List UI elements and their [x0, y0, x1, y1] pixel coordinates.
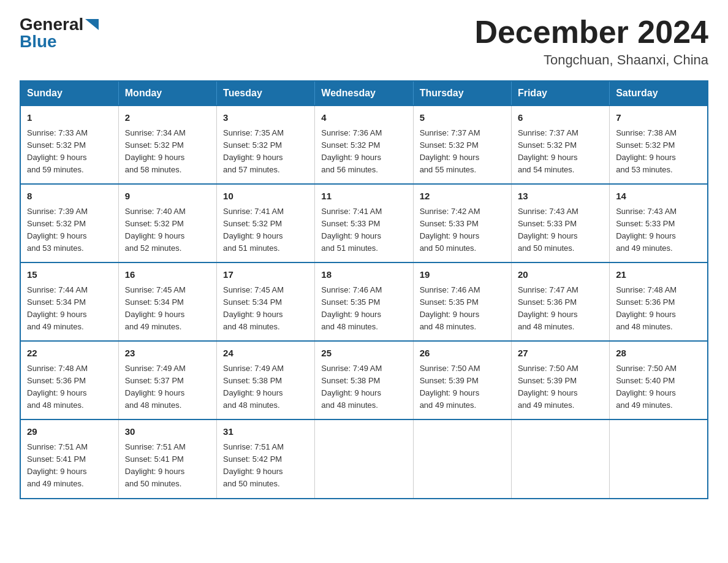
day-number: 17	[223, 268, 308, 282]
calendar-cell: 17 Sunrise: 7:45 AM Sunset: 5:34 PM Dayl…	[217, 262, 315, 341]
day-info: Sunrise: 7:48 AM Sunset: 5:36 PM Dayligh…	[27, 364, 88, 410]
column-header-sunday: Sunday	[20, 81, 118, 105]
day-number: 30	[125, 425, 210, 439]
day-number: 28	[616, 347, 701, 361]
day-info: Sunrise: 7:46 AM Sunset: 5:35 PM Dayligh…	[321, 285, 382, 331]
day-info: Sunrise: 7:51 AM Sunset: 5:41 PM Dayligh…	[27, 442, 88, 488]
column-header-thursday: Thursday	[413, 81, 511, 105]
day-info: Sunrise: 7:43 AM Sunset: 5:33 PM Dayligh…	[518, 207, 578, 253]
day-info: Sunrise: 7:39 AM Sunset: 5:32 PM Dayligh…	[27, 207, 88, 253]
calendar-cell: 27 Sunrise: 7:50 AM Sunset: 5:39 PM Dayl…	[511, 341, 609, 419]
month-title: December 2024	[474, 15, 708, 50]
day-info: Sunrise: 7:41 AM Sunset: 5:32 PM Dayligh…	[223, 207, 284, 253]
day-info: Sunrise: 7:50 AM Sunset: 5:40 PM Dayligh…	[616, 364, 677, 410]
day-number: 7	[616, 111, 701, 125]
day-number: 13	[518, 190, 603, 204]
day-info: Sunrise: 7:49 AM Sunset: 5:38 PM Dayligh…	[223, 364, 284, 410]
day-number: 4	[321, 111, 406, 125]
calendar-cell: 5 Sunrise: 7:37 AM Sunset: 5:32 PM Dayli…	[413, 105, 511, 184]
day-number: 29	[27, 425, 112, 439]
calendar-cell: 1 Sunrise: 7:33 AM Sunset: 5:32 PM Dayli…	[20, 105, 118, 184]
day-number: 14	[616, 190, 701, 204]
day-info: Sunrise: 7:49 AM Sunset: 5:38 PM Dayligh…	[321, 364, 382, 410]
day-number: 2	[125, 111, 210, 125]
day-number: 1	[27, 111, 112, 125]
calendar-cell: 8 Sunrise: 7:39 AM Sunset: 5:32 PM Dayli…	[20, 184, 118, 262]
calendar-cell: 4 Sunrise: 7:36 AM Sunset: 5:32 PM Dayli…	[315, 105, 413, 184]
calendar-cell: 16 Sunrise: 7:45 AM Sunset: 5:34 PM Dayl…	[118, 262, 216, 341]
day-info: Sunrise: 7:41 AM Sunset: 5:33 PM Dayligh…	[321, 207, 382, 253]
day-info: Sunrise: 7:35 AM Sunset: 5:32 PM Dayligh…	[223, 128, 284, 174]
day-number: 23	[125, 347, 210, 361]
title-block: December 2024 Tongchuan, Shaanxi, China	[474, 15, 708, 68]
calendar-header-row: SundayMondayTuesdayWednesdayThursdayFrid…	[20, 81, 708, 105]
day-info: Sunrise: 7:45 AM Sunset: 5:34 PM Dayligh…	[223, 285, 284, 331]
column-header-friday: Friday	[511, 81, 609, 105]
column-header-saturday: Saturday	[610, 81, 708, 105]
calendar-cell: 19 Sunrise: 7:46 AM Sunset: 5:35 PM Dayl…	[413, 262, 511, 341]
calendar-cell: 26 Sunrise: 7:50 AM Sunset: 5:39 PM Dayl…	[413, 341, 511, 419]
day-number: 21	[616, 268, 701, 282]
day-number: 26	[420, 347, 505, 361]
calendar-cell: 14 Sunrise: 7:43 AM Sunset: 5:33 PM Dayl…	[610, 184, 708, 262]
day-info: Sunrise: 7:46 AM Sunset: 5:35 PM Dayligh…	[420, 285, 480, 331]
calendar-cell	[315, 419, 413, 498]
calendar-cell: 22 Sunrise: 7:48 AM Sunset: 5:36 PM Dayl…	[20, 341, 118, 419]
calendar-week-row: 1 Sunrise: 7:33 AM Sunset: 5:32 PM Dayli…	[20, 105, 708, 184]
day-info: Sunrise: 7:43 AM Sunset: 5:33 PM Dayligh…	[616, 207, 677, 253]
calendar-cell: 23 Sunrise: 7:49 AM Sunset: 5:37 PM Dayl…	[118, 341, 216, 419]
day-info: Sunrise: 7:50 AM Sunset: 5:39 PM Dayligh…	[420, 364, 480, 410]
calendar-cell: 13 Sunrise: 7:43 AM Sunset: 5:33 PM Dayl…	[511, 184, 609, 262]
calendar-cell: 2 Sunrise: 7:34 AM Sunset: 5:32 PM Dayli…	[118, 105, 216, 184]
day-number: 31	[223, 425, 308, 439]
calendar-cell: 24 Sunrise: 7:49 AM Sunset: 5:38 PM Dayl…	[217, 341, 315, 419]
calendar-cell: 3 Sunrise: 7:35 AM Sunset: 5:32 PM Dayli…	[217, 105, 315, 184]
day-number: 24	[223, 347, 308, 361]
calendar-cell: 11 Sunrise: 7:41 AM Sunset: 5:33 PM Dayl…	[315, 184, 413, 262]
day-info: Sunrise: 7:37 AM Sunset: 5:32 PM Dayligh…	[420, 128, 480, 174]
calendar-cell: 21 Sunrise: 7:48 AM Sunset: 5:36 PM Dayl…	[610, 262, 708, 341]
calendar-cell: 28 Sunrise: 7:50 AM Sunset: 5:40 PM Dayl…	[610, 341, 708, 419]
day-info: Sunrise: 7:42 AM Sunset: 5:33 PM Dayligh…	[420, 207, 480, 253]
column-header-tuesday: Tuesday	[217, 81, 315, 105]
calendar-cell	[610, 419, 708, 498]
calendar-cell: 10 Sunrise: 7:41 AM Sunset: 5:32 PM Dayl…	[217, 184, 315, 262]
day-info: Sunrise: 7:45 AM Sunset: 5:34 PM Dayligh…	[125, 285, 186, 331]
day-number: 12	[420, 190, 505, 204]
day-number: 10	[223, 190, 308, 204]
day-number: 16	[125, 268, 210, 282]
day-info: Sunrise: 7:37 AM Sunset: 5:32 PM Dayligh…	[518, 128, 578, 174]
calendar-week-row: 22 Sunrise: 7:48 AM Sunset: 5:36 PM Dayl…	[20, 341, 708, 419]
calendar-cell: 31 Sunrise: 7:51 AM Sunset: 5:42 PM Dayl…	[217, 419, 315, 498]
svg-marker-0	[85, 19, 99, 30]
location-text: Tongchuan, Shaanxi, China	[474, 52, 708, 68]
calendar-cell	[511, 419, 609, 498]
calendar-cell: 9 Sunrise: 7:40 AM Sunset: 5:32 PM Dayli…	[118, 184, 216, 262]
day-number: 27	[518, 347, 603, 361]
day-number: 9	[125, 190, 210, 204]
day-info: Sunrise: 7:51 AM Sunset: 5:42 PM Dayligh…	[223, 442, 284, 488]
calendar-cell: 25 Sunrise: 7:49 AM Sunset: 5:38 PM Dayl…	[315, 341, 413, 419]
calendar-cell: 7 Sunrise: 7:38 AM Sunset: 5:32 PM Dayli…	[610, 105, 708, 184]
calendar-week-row: 8 Sunrise: 7:39 AM Sunset: 5:32 PM Dayli…	[20, 184, 708, 262]
day-info: Sunrise: 7:33 AM Sunset: 5:32 PM Dayligh…	[27, 128, 88, 174]
calendar-cell: 20 Sunrise: 7:47 AM Sunset: 5:36 PM Dayl…	[511, 262, 609, 341]
calendar-cell: 12 Sunrise: 7:42 AM Sunset: 5:33 PM Dayl…	[413, 184, 511, 262]
day-info: Sunrise: 7:38 AM Sunset: 5:32 PM Dayligh…	[616, 128, 677, 174]
calendar-cell: 18 Sunrise: 7:46 AM Sunset: 5:35 PM Dayl…	[315, 262, 413, 341]
day-info: Sunrise: 7:36 AM Sunset: 5:32 PM Dayligh…	[321, 128, 382, 174]
day-number: 18	[321, 268, 406, 282]
day-number: 15	[27, 268, 112, 282]
column-header-wednesday: Wednesday	[315, 81, 413, 105]
page-header: General Blue December 2024 Tongchuan, Sh…	[20, 15, 708, 68]
calendar-cell: 29 Sunrise: 7:51 AM Sunset: 5:41 PM Dayl…	[20, 419, 118, 498]
day-number: 25	[321, 347, 406, 361]
calendar-cell	[413, 419, 511, 498]
day-number: 11	[321, 190, 406, 204]
day-info: Sunrise: 7:44 AM Sunset: 5:34 PM Dayligh…	[27, 285, 88, 331]
calendar-week-row: 29 Sunrise: 7:51 AM Sunset: 5:41 PM Dayl…	[20, 419, 708, 498]
column-header-monday: Monday	[118, 81, 216, 105]
day-number: 6	[518, 111, 603, 125]
calendar-table: SundayMondayTuesdayWednesdayThursdayFrid…	[20, 80, 708, 499]
day-info: Sunrise: 7:50 AM Sunset: 5:39 PM Dayligh…	[518, 364, 578, 410]
